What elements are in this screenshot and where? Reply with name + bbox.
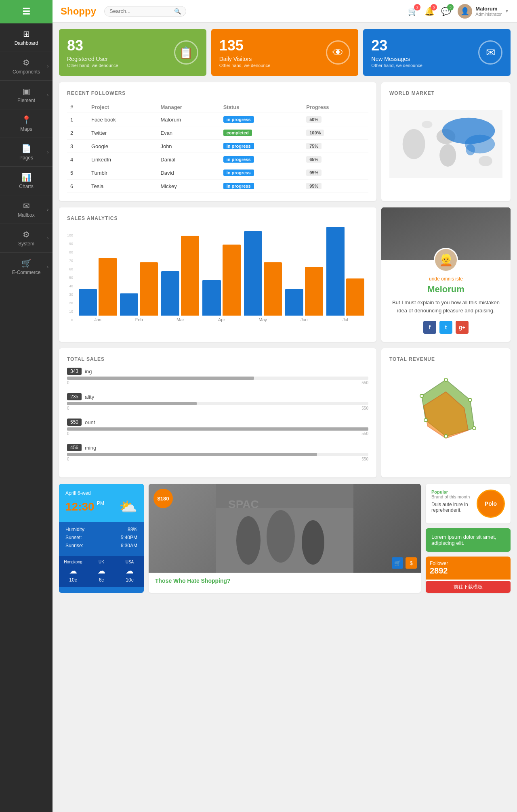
stat-card-visitors: 135 Daily Visitors Other hand, we denoun… [211,29,359,76]
sidebar-item-maps[interactable]: 📍 Maps [0,109,53,138]
followers-world-row: RECENT FOLLOWERS # Project Manager Statu… [59,82,511,201]
chevron-down-icon: ▼ [505,9,509,13]
table-row: 4 LinkedIn Danial in progress 65% [67,153,368,166]
cell-project: Twitter [88,126,157,140]
cell-num: 5 [67,166,88,180]
svg-point-6 [479,156,492,166]
total-revenue-title: TOTAL REVENUE [389,356,502,362]
cell-status: in progress [220,180,303,193]
svg-point-16 [444,435,448,438]
cell-progress: 100% [303,126,368,140]
message-icon-wrap[interactable]: 💬 3 [441,6,451,16]
cell-num: 3 [67,140,88,153]
col-manager: Manager [157,102,220,113]
cloud-icon-usa: ☁ [126,566,134,576]
sales-panel: SALES ANALYTICS 100 90 80 70 60 50 40 30… [59,207,376,342]
orange-bar [140,262,158,316]
cell-progress: 65% [303,153,368,166]
profile-body: unde omnis iste Melorum But I must expla… [381,260,511,342]
sales-revenue-row: TOTAL SALES 343 ing 0 550 235 ality 0 55… [59,348,511,477]
lorem-text: Lorem ipsum dolor sit amet, adipiscing e… [431,534,496,546]
cell-project: Face book [88,113,157,126]
blue-bar [120,293,138,316]
follower-count: 2892 [430,566,448,576]
orange-bar [223,245,241,316]
cell-progress: 95% [303,166,368,180]
article-dollar-icon[interactable]: $ [406,557,417,569]
stat-title-visitors: Daily Visitors [219,56,271,62]
sidebar-item-element[interactable]: ▣ Element › [0,81,53,109]
mailbox-icon: ✉ [23,201,30,211]
article-cart-icon[interactable]: 🛒 [392,557,403,569]
cell-num: 6 [67,180,88,193]
popular-sub: Brand of this month [431,494,473,499]
radar-svg [393,368,498,456]
table-row: 5 Tumblr David in progress 95% [67,166,368,180]
notification-icon-wrap[interactable]: 🔔 5 [425,6,435,16]
sidebar-item-label: Pages [19,155,33,161]
sidebar-item-ecommerce[interactable]: 🛒 E-Commerce › [0,253,53,281]
chart-label: Apr [202,317,240,322]
weather-city-uk: UK ☁ 6c [87,556,116,587]
city-name-uk: UK [99,560,104,564]
bar-group [120,262,158,316]
right-mini-panels: Popular Brand of this month Duis aute ir… [426,484,511,593]
sidebar-item-charts[interactable]: 📊 Charts [0,167,53,195]
stat-number-registered: 83 [67,37,118,54]
world-market-title: WORLD MARKET [389,90,502,96]
svg-point-22 [267,510,295,563]
chart-label: Jun [285,317,323,322]
bar-chart [75,227,368,316]
status-badge: in progress [223,183,254,189]
twitter-button[interactable]: t [439,321,452,334]
city-temp-usa: 10c [126,577,133,583]
messages-icon: ✉ [478,40,502,65]
registered-icon: 📋 [174,40,198,65]
googleplus-button[interactable]: g+ [456,321,469,334]
stat-sub-visitors: Other hand, we denounce [219,63,271,68]
cell-status: in progress [220,140,303,153]
followers-title: RECENT FOLLOWERS [67,90,368,96]
sidebar-item-system[interactable]: ⚙ System › [0,224,53,253]
lorem-panel: Lorem ipsum dolor sit amet, adipiscing e… [426,528,511,552]
popular-label: Popular [431,490,473,494]
sales-bars: 343 ing 0 550 235 ality 0 550 550 ount [67,368,368,461]
user-menu[interactable]: 👤 Malorum Administrator ▼ [458,4,509,19]
cell-progress: 75% [303,140,368,153]
status-badge: in progress [223,170,254,176]
article-body: Those Who Hate Shopping? [149,573,421,589]
hamburger-icon[interactable]: ☰ [22,6,30,17]
progress-badge: 95% [306,170,322,176]
chevron-right-icon: › [47,93,48,97]
cell-project: LinkedIn [88,153,157,166]
total-sales-title: TOTAL SALES [67,356,368,362]
chevron-right-icon: › [47,150,48,155]
cell-manager: John [157,140,220,153]
sales-bar-name: ality [85,394,94,400]
weather-top: Aprill 6-wed 12:30 PM ⛅ [59,484,144,522]
components-icon: ⚙ [23,58,30,67]
sidebar-item-dashboard[interactable]: ⊞ Dashboard [0,23,53,52]
search-icon: 🔍 [174,8,181,15]
sidebar-item-mailbox[interactable]: ✉ Mailbox › [0,195,53,224]
sales-bar-name: ount [85,419,95,425]
facebook-button[interactable]: f [423,321,436,334]
sidebar-item-pages[interactable]: 📄 Pages › [0,138,53,167]
svg-point-7 [466,144,475,155]
cart-icon-wrap[interactable]: 🛒 2 [408,6,418,16]
sidebar-item-components[interactable]: ⚙ Components › [0,52,53,81]
sidebar-item-label: Mailbox [18,212,34,218]
bar-group [285,267,323,316]
list-item: 456 ming 0 550 [67,444,368,461]
sales-bar-label: 456 ming [67,444,368,451]
visitors-icon: 👁 [326,40,350,65]
profile-social: f t g+ [389,321,502,334]
orange-bar [181,236,199,316]
avatar: 👤 [458,4,472,19]
world-market-panel: WORLD MARKET [381,82,511,201]
search-input[interactable] [109,8,174,14]
follower-download-button[interactable]: 前往下载模板 [426,581,511,593]
svg-point-18 [420,394,423,398]
stat-sub-registered: Other hand, we denounce [67,63,118,68]
sidebar-item-label: Maps [20,126,32,132]
